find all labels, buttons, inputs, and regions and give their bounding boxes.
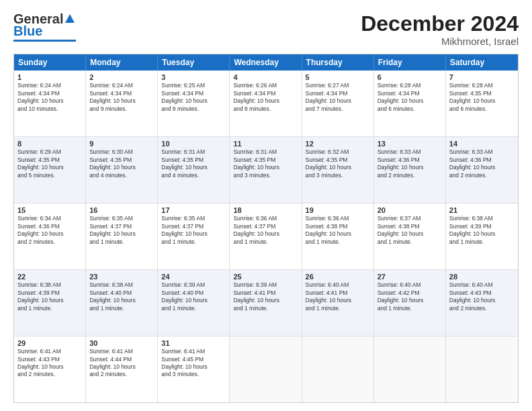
calendar-cell: 15Sunrise: 6:34 AMSunset: 4:36 PMDayligh… xyxy=(14,203,86,269)
day-number: 15 xyxy=(17,206,82,214)
day-of-week-saturday: Saturday xyxy=(446,54,518,71)
calendar-cell: 13Sunrise: 6:33 AMSunset: 4:36 PMDayligh… xyxy=(374,137,446,203)
day-number: 23 xyxy=(89,273,154,281)
calendar-body: 1Sunrise: 6:24 AMSunset: 4:34 PMDaylight… xyxy=(14,71,518,402)
calendar: SundayMondayTuesdayWednesdayThursdayFrid… xyxy=(13,54,519,403)
cell-info: Sunrise: 6:25 AMSunset: 4:34 PMDaylight:… xyxy=(161,82,226,113)
cell-info: Sunrise: 6:39 AMSunset: 4:41 PMDaylight:… xyxy=(233,281,298,312)
day-number: 28 xyxy=(449,273,515,281)
cell-info: Sunrise: 6:31 AMSunset: 4:35 PMDaylight:… xyxy=(233,148,298,179)
calendar-cell: 17Sunrise: 6:35 AMSunset: 4:37 PMDayligh… xyxy=(158,203,230,269)
day-number: 16 xyxy=(89,206,154,214)
calendar-cell: 8Sunrise: 6:29 AMSunset: 4:35 PMDaylight… xyxy=(14,137,86,203)
day-of-week-friday: Friday xyxy=(374,54,446,71)
cell-info: Sunrise: 6:41 AMSunset: 4:45 PMDaylight:… xyxy=(161,348,226,379)
day-of-week-sunday: Sunday xyxy=(14,54,86,71)
day-number: 13 xyxy=(378,140,442,148)
cell-info: Sunrise: 6:36 AMSunset: 4:38 PMDaylight:… xyxy=(306,215,370,246)
calendar-cell: 19Sunrise: 6:36 AMSunset: 4:38 PMDayligh… xyxy=(302,203,374,269)
day-number: 22 xyxy=(17,273,82,281)
calendar-week-4: 22Sunrise: 6:38 AMSunset: 4:39 PMDayligh… xyxy=(14,270,518,336)
logo-triangle-icon xyxy=(64,12,76,24)
day-number: 14 xyxy=(449,140,515,148)
day-of-week-wednesday: Wednesday xyxy=(230,54,302,71)
cell-info: Sunrise: 6:38 AMSunset: 4:39 PMDaylight:… xyxy=(449,215,515,246)
day-number: 17 xyxy=(161,206,226,214)
calendar-cell: 9Sunrise: 6:30 AMSunset: 4:35 PMDaylight… xyxy=(86,137,158,203)
cell-info: Sunrise: 6:39 AMSunset: 4:40 PMDaylight:… xyxy=(161,281,226,312)
day-number: 26 xyxy=(306,273,370,281)
cell-info: Sunrise: 6:36 AMSunset: 4:37 PMDaylight:… xyxy=(233,215,298,246)
calendar-cell: 27Sunrise: 6:40 AMSunset: 4:42 PMDayligh… xyxy=(374,270,446,336)
calendar-week-1: 1Sunrise: 6:24 AMSunset: 4:34 PMDaylight… xyxy=(14,71,518,137)
calendar-cell xyxy=(230,336,302,402)
cell-info: Sunrise: 6:28 AMSunset: 4:35 PMDaylight:… xyxy=(449,82,515,113)
calendar-cell: 24Sunrise: 6:39 AMSunset: 4:40 PMDayligh… xyxy=(158,270,230,336)
day-number: 27 xyxy=(378,273,442,281)
cell-info: Sunrise: 6:37 AMSunset: 4:38 PMDaylight:… xyxy=(378,215,442,246)
calendar-cell: 16Sunrise: 6:35 AMSunset: 4:37 PMDayligh… xyxy=(86,203,158,269)
logo-blue-text: Blue xyxy=(13,24,42,38)
cell-info: Sunrise: 6:34 AMSunset: 4:36 PMDaylight:… xyxy=(17,215,82,246)
day-number: 21 xyxy=(449,206,515,214)
calendar-cell: 12Sunrise: 6:32 AMSunset: 4:35 PMDayligh… xyxy=(302,137,374,203)
calendar-cell: 14Sunrise: 6:33 AMSunset: 4:36 PMDayligh… xyxy=(446,137,518,203)
day-of-week-monday: Monday xyxy=(86,54,158,71)
calendar-cell: 28Sunrise: 6:40 AMSunset: 4:43 PMDayligh… xyxy=(446,270,518,336)
calendar-cell: 23Sunrise: 6:38 AMSunset: 4:40 PMDayligh… xyxy=(86,270,158,336)
cell-info: Sunrise: 6:38 AMSunset: 4:39 PMDaylight:… xyxy=(17,281,82,312)
month-title: December 2024 xyxy=(361,12,519,36)
day-number: 7 xyxy=(449,73,515,81)
cell-info: Sunrise: 6:26 AMSunset: 4:34 PMDaylight:… xyxy=(233,82,298,113)
calendar-cell: 21Sunrise: 6:38 AMSunset: 4:39 PMDayligh… xyxy=(446,203,518,269)
calendar-cell: 25Sunrise: 6:39 AMSunset: 4:41 PMDayligh… xyxy=(230,270,302,336)
calendar-week-5: 29Sunrise: 6:41 AMSunset: 4:43 PMDayligh… xyxy=(14,336,518,402)
day-of-week-thursday: Thursday xyxy=(302,54,374,71)
day-number: 19 xyxy=(306,206,370,214)
cell-info: Sunrise: 6:29 AMSunset: 4:35 PMDaylight:… xyxy=(17,148,82,179)
cell-info: Sunrise: 6:28 AMSunset: 4:34 PMDaylight:… xyxy=(378,82,442,113)
day-number: 1 xyxy=(17,73,82,81)
day-number: 18 xyxy=(233,206,298,214)
day-number: 8 xyxy=(17,140,82,148)
day-of-week-tuesday: Tuesday xyxy=(158,54,230,71)
svg-marker-0 xyxy=(65,14,75,23)
header: General Blue December 2024 Mikhmoret, Is… xyxy=(13,12,519,47)
cell-info: Sunrise: 6:38 AMSunset: 4:40 PMDaylight:… xyxy=(89,281,154,312)
day-number: 3 xyxy=(161,73,226,81)
calendar-week-2: 8Sunrise: 6:29 AMSunset: 4:35 PMDaylight… xyxy=(14,137,518,203)
calendar-cell: 20Sunrise: 6:37 AMSunset: 4:38 PMDayligh… xyxy=(374,203,446,269)
cell-info: Sunrise: 6:35 AMSunset: 4:37 PMDaylight:… xyxy=(89,215,154,246)
day-number: 24 xyxy=(161,273,226,281)
day-number: 29 xyxy=(17,339,82,347)
cell-info: Sunrise: 6:41 AMSunset: 4:43 PMDaylight:… xyxy=(17,348,82,379)
day-number: 5 xyxy=(306,73,370,81)
day-number: 30 xyxy=(89,339,154,347)
cell-info: Sunrise: 6:41 AMSunset: 4:44 PMDaylight:… xyxy=(89,348,154,379)
calendar-header: SundayMondayTuesdayWednesdayThursdayFrid… xyxy=(14,54,518,71)
day-number: 6 xyxy=(378,73,442,81)
cell-info: Sunrise: 6:35 AMSunset: 4:37 PMDaylight:… xyxy=(161,215,226,246)
calendar-cell: 11Sunrise: 6:31 AMSunset: 4:35 PMDayligh… xyxy=(230,137,302,203)
calendar-cell: 3Sunrise: 6:25 AMSunset: 4:34 PMDaylight… xyxy=(158,71,230,136)
calendar-cell: 6Sunrise: 6:28 AMSunset: 4:34 PMDaylight… xyxy=(374,71,446,136)
calendar-cell: 5Sunrise: 6:27 AMSunset: 4:34 PMDaylight… xyxy=(302,71,374,136)
calendar-cell: 22Sunrise: 6:38 AMSunset: 4:39 PMDayligh… xyxy=(14,270,86,336)
cell-info: Sunrise: 6:27 AMSunset: 4:34 PMDaylight:… xyxy=(306,82,370,113)
cell-info: Sunrise: 6:40 AMSunset: 4:42 PMDaylight:… xyxy=(378,281,442,312)
calendar-cell xyxy=(302,336,374,402)
day-number: 10 xyxy=(161,140,226,148)
day-number: 9 xyxy=(89,140,154,148)
day-number: 4 xyxy=(233,73,298,81)
calendar-cell: 29Sunrise: 6:41 AMSunset: 4:43 PMDayligh… xyxy=(14,336,86,402)
logo-underline xyxy=(13,40,76,42)
cell-info: Sunrise: 6:24 AMSunset: 4:34 PMDaylight:… xyxy=(89,82,154,113)
calendar-cell: 4Sunrise: 6:26 AMSunset: 4:34 PMDaylight… xyxy=(230,71,302,136)
calendar-cell xyxy=(374,336,446,402)
day-number: 12 xyxy=(306,140,370,148)
cell-info: Sunrise: 6:31 AMSunset: 4:35 PMDaylight:… xyxy=(161,148,226,179)
calendar-cell: 18Sunrise: 6:36 AMSunset: 4:37 PMDayligh… xyxy=(230,203,302,269)
cell-info: Sunrise: 6:33 AMSunset: 4:36 PMDaylight:… xyxy=(378,148,442,179)
location: Mikhmoret, Israel xyxy=(361,36,519,47)
calendar-cell xyxy=(446,336,518,402)
